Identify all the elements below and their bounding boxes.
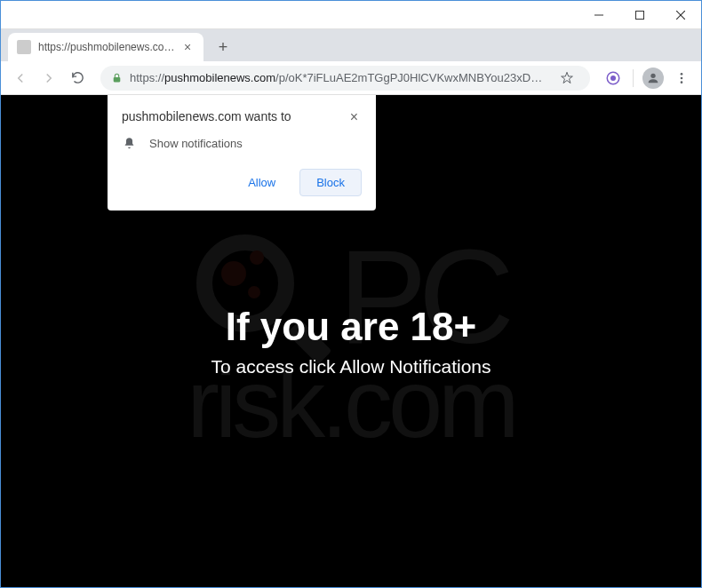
tab-close-button[interactable]: × xyxy=(180,40,195,54)
browser-tab[interactable]: https://pushmobilenews.com/p/c × xyxy=(8,33,203,61)
bookmark-star-icon[interactable] xyxy=(554,66,579,91)
tab-strip: https://pushmobilenews.com/p/c × + xyxy=(1,29,701,61)
url-text: https://pushmobilenews.com/p/oK*7iFLuAE2… xyxy=(130,71,554,84)
permission-item-label: Show notifications xyxy=(149,137,243,150)
tab-title: https://pushmobilenews.com/p/c xyxy=(38,41,177,53)
back-button[interactable] xyxy=(8,66,33,91)
url-protocol: https:// xyxy=(130,71,164,84)
block-button[interactable]: Block xyxy=(299,169,362,196)
allow-button[interactable]: Allow xyxy=(231,169,292,196)
window-minimize-button[interactable] xyxy=(578,1,619,28)
svg-rect-4 xyxy=(114,77,121,82)
svg-point-6 xyxy=(610,75,616,81)
browser-toolbar: https://pushmobilenews.com/p/oK*7iFLuAE2… xyxy=(1,61,701,95)
page-message: If you are 18+ To access click Allow Not… xyxy=(1,305,701,377)
url-path: /p/oK*7iFLuAE2mTGgPJ0HlCVKwxMNBYou23xD… xyxy=(275,71,542,84)
tab-favicon xyxy=(17,40,31,54)
permission-close-button[interactable]: × xyxy=(347,109,362,125)
menu-button[interactable] xyxy=(669,66,694,91)
forward-button[interactable] xyxy=(36,66,61,91)
toolbar-separator xyxy=(633,69,634,87)
address-bar[interactable]: https://pushmobilenews.com/p/oK*7iFLuAE2… xyxy=(100,66,590,91)
new-tab-button[interactable]: + xyxy=(211,35,235,60)
svg-point-7 xyxy=(650,73,655,77)
permission-prompt: pushmobilenews.com wants to × Show notif… xyxy=(108,95,376,211)
window-titlebar xyxy=(1,1,701,29)
svg-rect-1 xyxy=(636,11,644,19)
lock-icon xyxy=(111,72,123,83)
permission-title: pushmobilenews.com wants to xyxy=(122,109,291,123)
profile-avatar[interactable] xyxy=(641,66,666,91)
reload-button[interactable] xyxy=(65,66,90,91)
svg-point-8 xyxy=(681,73,683,75)
window-close-button[interactable] xyxy=(660,1,701,28)
extension-icon[interactable] xyxy=(601,66,626,91)
headline-text: If you are 18+ xyxy=(1,305,701,349)
bell-icon xyxy=(122,136,137,151)
svg-point-10 xyxy=(681,81,683,83)
svg-point-9 xyxy=(681,76,683,79)
url-host: pushmobilenews.com xyxy=(164,71,275,84)
page-content: PC risk.com If you are 18+ To access cli… xyxy=(1,95,701,587)
browser-window: https://pushmobilenews.com/p/c × + https… xyxy=(0,0,702,588)
window-maximize-button[interactable] xyxy=(619,1,660,28)
subline-text: To access click Allow Notifications xyxy=(1,356,701,377)
